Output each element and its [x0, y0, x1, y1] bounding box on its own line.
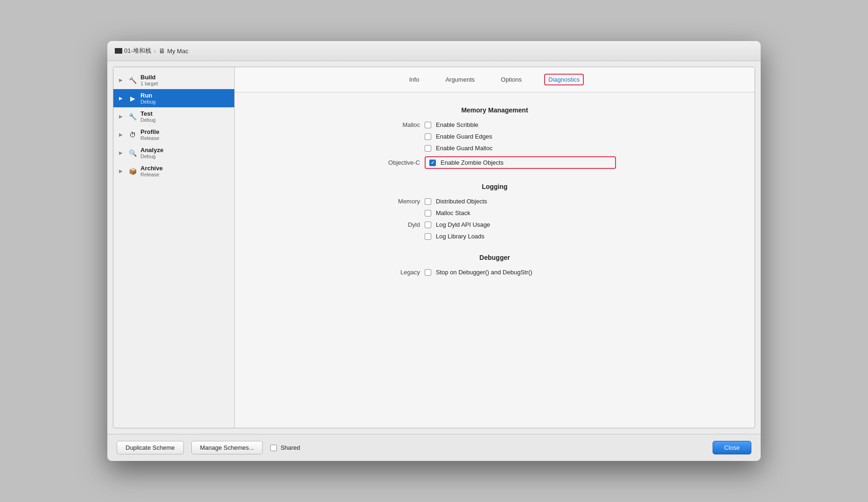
test-icon: 🔧 — [128, 112, 137, 121]
sidebar-text-analyze: Analyze Debug — [140, 146, 163, 159]
text-stop-on-debugger: Stop on Debugger() and DebugStr() — [436, 269, 532, 276]
checkbox-malloc-stack[interactable] — [425, 210, 431, 216]
option-row-stop-on-debugger: Legacy Stop on Debugger() and DebugStr() — [373, 269, 616, 276]
shared-label: Shared — [280, 444, 300, 451]
profile-icon: ⏱ — [128, 131, 137, 139]
zombie-row: Enable Zombie Objects — [425, 156, 616, 169]
sidebar-item-build[interactable]: ▶ 🔨 Build 1 target — [113, 71, 234, 89]
main-content: ▶ 🔨 Build 1 target ▶ ▶ Run Debug ▶ 🔧 — [113, 67, 755, 428]
text-log-dyld-api: Log Dyld API Usage — [436, 221, 490, 228]
run-subtitle: Debug — [140, 99, 155, 105]
diagnostics-content: Memory Management Malloc Enable Scribble… — [235, 92, 755, 428]
debugger-title: Debugger — [253, 254, 736, 261]
archive-subtitle: Release — [140, 172, 163, 177]
checkbox-enable-zombie-objects[interactable] — [429, 160, 436, 166]
option-row-malloc-stack: Malloc Stack — [373, 209, 616, 216]
target-breadcrumb[interactable]: 🖥 My Mac — [159, 47, 189, 55]
checkbox-enable-scribble[interactable] — [425, 122, 431, 128]
text-distributed-objects: Distributed Objects — [436, 198, 487, 205]
sidebar-arrow-archive: ▶ — [119, 168, 125, 174]
archive-title: Archive — [140, 165, 163, 172]
option-row-scribble: Malloc Enable Scribble — [373, 121, 616, 128]
footer: Duplicate Scheme Manage Schemes... Share… — [107, 434, 761, 461]
test-subtitle: Debug — [140, 117, 155, 123]
tab-info[interactable]: Info — [406, 74, 423, 85]
sidebar-arrow-test: ▶ — [119, 114, 125, 119]
sidebar-item-run[interactable]: ▶ ▶ Run Debug — [113, 89, 234, 107]
sidebar-item-archive[interactable]: ▶ 📦 Archive Release — [113, 162, 234, 180]
checkbox-enable-guard-edges[interactable] — [425, 133, 431, 140]
text-log-library-loads: Log Library Loads — [436, 233, 484, 240]
project-breadcrumb[interactable]: 01-堆和栈 — [115, 47, 151, 55]
sidebar: ▶ 🔨 Build 1 target ▶ ▶ Run Debug ▶ 🔧 — [113, 67, 235, 428]
main-window: 01-堆和栈 › 🖥 My Mac ▶ 🔨 Build 1 target — [107, 41, 761, 461]
logging-title: Logging — [253, 183, 736, 190]
analyze-subtitle: Debug — [140, 153, 163, 159]
option-row-log-library-loads: Log Library Loads — [373, 233, 616, 240]
objective-c-label: Objective-C — [373, 159, 420, 166]
checkbox-stop-on-debugger[interactable] — [425, 269, 431, 276]
memory-label: Memory — [373, 198, 420, 205]
monitor-icon: 🖥 — [159, 47, 165, 55]
tab-options[interactable]: Options — [497, 74, 525, 85]
test-title: Test — [140, 110, 155, 117]
breadcrumb: 01-堆和栈 › 🖥 My Mac — [115, 47, 189, 55]
sidebar-text-archive: Archive Release — [140, 165, 163, 177]
duplicate-scheme-button[interactable]: Duplicate Scheme — [117, 441, 184, 454]
memory-management-title: Memory Management — [253, 106, 736, 114]
checkbox-log-dyld-api[interactable] — [425, 222, 431, 228]
run-title: Run — [140, 92, 155, 99]
checkbox-log-library-loads[interactable] — [425, 233, 431, 240]
target-name: My Mac — [167, 48, 189, 55]
option-row-guard-malloc: Enable Guard Malloc — [373, 145, 616, 152]
text-enable-zombie-objects: Enable Zombie Objects — [441, 159, 504, 166]
manage-schemes-button[interactable]: Manage Schemes... — [191, 441, 263, 454]
text-enable-scribble: Enable Scribble — [436, 121, 478, 128]
section-debugger: Debugger Legacy Stop on Debugger() and D… — [253, 254, 736, 276]
section-logging: Logging Memory Distributed Objects Mallo… — [253, 183, 736, 240]
run-icon: ▶ — [128, 94, 137, 103]
analyze-icon: 🔍 — [128, 149, 137, 157]
tab-diagnostics[interactable]: Diagnostics — [544, 74, 584, 85]
option-row-log-dyld-api: Dyld Log Dyld API Usage — [373, 221, 616, 228]
sidebar-text-build: Build 1 target — [140, 74, 158, 86]
close-button[interactable]: Close — [713, 441, 751, 454]
profile-title: Profile — [140, 128, 159, 135]
profile-subtitle: Release — [140, 135, 159, 141]
sidebar-item-analyze[interactable]: ▶ 🔍 Analyze Debug — [113, 144, 234, 162]
breadcrumb-separator: › — [154, 48, 156, 55]
checkbox-enable-guard-malloc[interactable] — [425, 145, 431, 152]
sidebar-text-run: Run Debug — [140, 92, 155, 105]
sidebar-arrow-analyze: ▶ — [119, 150, 125, 155]
shared-checkbox-wrap: Shared — [270, 444, 300, 451]
text-enable-guard-edges: Enable Guard Edges — [436, 133, 492, 140]
text-malloc-stack: Malloc Stack — [436, 209, 470, 216]
build-subtitle: 1 target — [140, 81, 158, 86]
memory-management-rows: Malloc Enable Scribble Enable Guard Edge… — [253, 121, 736, 169]
shared-checkbox[interactable] — [270, 445, 277, 451]
legacy-label: Legacy — [373, 269, 420, 276]
build-title: Build — [140, 74, 158, 81]
option-row-distributed-objects: Memory Distributed Objects — [373, 198, 616, 205]
section-memory-management: Memory Management Malloc Enable Scribble… — [253, 106, 736, 169]
dyld-label: Dyld — [373, 221, 420, 228]
zombie-wrapper: Objective-C Enable Zombie Objects — [373, 156, 616, 169]
debugger-rows: Legacy Stop on Debugger() and DebugStr() — [253, 269, 736, 276]
checkbox-distributed-objects[interactable] — [425, 198, 431, 205]
sidebar-text-test: Test Debug — [140, 110, 155, 123]
sidebar-arrow-run: ▶ — [119, 96, 125, 101]
sidebar-item-profile[interactable]: ▶ ⏱ Profile Release — [113, 126, 234, 144]
archive-icon: 📦 — [128, 167, 137, 175]
project-name: 01-堆和栈 — [124, 47, 151, 55]
detail-panel: Info Arguments Options Diagnostics Memor… — [235, 67, 755, 428]
sidebar-item-test[interactable]: ▶ 🔧 Test Debug — [113, 107, 234, 126]
analyze-title: Analyze — [140, 146, 163, 153]
title-bar: 01-堆和栈 › 🖥 My Mac — [107, 41, 761, 61]
project-icon — [115, 48, 122, 54]
sidebar-text-profile: Profile Release — [140, 128, 159, 141]
text-enable-guard-malloc: Enable Guard Malloc — [436, 145, 492, 152]
malloc-label: Malloc — [373, 121, 420, 128]
build-icon: 🔨 — [128, 76, 137, 84]
tab-arguments[interactable]: Arguments — [441, 74, 478, 85]
option-row-guard-edges: Enable Guard Edges — [373, 133, 616, 140]
